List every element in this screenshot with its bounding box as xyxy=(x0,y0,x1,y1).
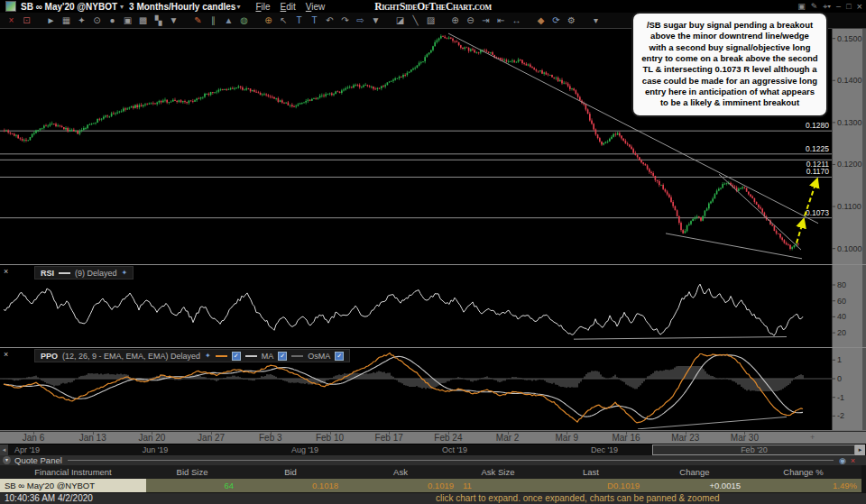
chevron-down-icon[interactable]: ▾ xyxy=(120,3,124,11)
minimize-button[interactable]: – xyxy=(836,2,841,11)
close-button[interactable]: × xyxy=(857,1,862,12)
hatch-icon[interactable]: ▨ xyxy=(423,13,438,28)
quote-col-header-ask[interactable]: Ask xyxy=(343,465,458,479)
undo-icon[interactable]: ↶ xyxy=(322,13,337,28)
pattern-icon[interactable]: ▩ xyxy=(135,13,151,28)
redo-icon[interactable]: ↷ xyxy=(337,13,353,28)
price-tick-label: 0.1100 xyxy=(837,202,861,211)
navigator-right-arrow[interactable]: ▸ xyxy=(855,444,865,455)
compress-bars-icon[interactable]: ⇥ xyxy=(478,13,493,28)
ppo-legend[interactable]: PPO (12, 26, 9 - EMA, EMA, EMA) Delayed … xyxy=(34,349,350,362)
expand-bars-icon[interactable]: ⇤ xyxy=(493,13,509,28)
navigator-left-arrow[interactable]: ◂ xyxy=(0,444,8,455)
ppo-label: PPO xyxy=(41,352,58,361)
chevron-down-icon[interactable]: ▾ xyxy=(236,3,240,11)
arrow-tool-icon[interactable]: ⇨ xyxy=(353,13,368,28)
symbol-selector[interactable]: SB ∞ May'20 @NYBOT xyxy=(21,2,117,12)
pin-dropdown-icon[interactable]: ⌖▾ xyxy=(823,2,831,12)
annotation-note[interactable]: /SB sugar buy signal pending a breakout … xyxy=(631,12,828,117)
ppo-close-button[interactable]: × xyxy=(4,350,8,359)
x-axis[interactable]: Jan 6Jan 13Jan 20Jan 27Feb 3Feb 10Feb 17… xyxy=(0,431,866,444)
quote-col-header-bid[interactable]: Bid xyxy=(238,465,343,479)
chart-area[interactable]: 0.12800.12250.12110.11700.10730.15000.14… xyxy=(0,29,866,431)
crosshair-target-icon[interactable]: ⊕ xyxy=(261,13,276,28)
ma-checkbox[interactable]: ✓ xyxy=(278,352,287,361)
pointer-icon[interactable]: ► xyxy=(43,13,59,28)
time-navigator[interactable]: ◂ ▸ Apr '19Jun '19Aug '19Oct '19Dec '19F… xyxy=(0,444,866,455)
bubble-icon[interactable]: ◍ xyxy=(236,13,252,28)
tools-dropdown-icon[interactable]: ▼ xyxy=(368,13,383,28)
ppo-tick-label: 1 xyxy=(837,355,842,364)
menu-file[interactable]: File xyxy=(255,2,270,12)
x-axis-label: Feb 10 xyxy=(316,433,344,443)
stamp-icon[interactable]: ✦ xyxy=(74,13,89,28)
ellipse-tool-icon[interactable]: ● xyxy=(105,13,120,28)
rsi-line-sample-icon xyxy=(59,272,70,274)
quote-col-header-change[interactable]: Change xyxy=(644,465,745,479)
osma-checkbox[interactable]: ✓ xyxy=(335,352,344,361)
quote-row-filler xyxy=(861,465,866,479)
annotate-icon[interactable]: ✎ xyxy=(811,2,818,11)
quote-panel-toggle[interactable]: ▾ xyxy=(3,456,11,464)
app-icon xyxy=(5,1,16,12)
zoom-out-icon[interactable]: ⊖ xyxy=(463,13,478,28)
callout-icon[interactable]: ↖ xyxy=(276,13,291,28)
rsi-close-button[interactable]: × xyxy=(4,267,8,276)
close-chart-icon[interactable]: × xyxy=(4,13,19,28)
rsi-legend[interactable]: RSI (9) Delayed ✦ xyxy=(34,266,134,279)
quote-col-header-ask-size[interactable]: Ask Size xyxy=(458,465,538,479)
more-dropdown-icon[interactable]: ▾ xyxy=(588,13,603,28)
x-axis-label: Jan 6 xyxy=(23,433,44,443)
snapshot-icon[interactable]: ▣ xyxy=(120,13,135,28)
timeframe-selector[interactable]: 3 Months/Hourly candles xyxy=(129,2,235,12)
connection-globe-icon[interactable]: ◉ xyxy=(839,456,846,465)
grid-icon[interactable]: ▦ xyxy=(59,13,74,28)
quote-panel-title: Quote Panel xyxy=(14,455,62,465)
quote-data-row[interactable]: SB ∞ May'20 @NYBOT640.10180.101911D0.101… xyxy=(0,479,866,492)
quote-cell-ask-size: 11 xyxy=(458,479,538,492)
status-bar: 10:40:36 AM 4/2/2020 click chart to expa… xyxy=(0,492,866,504)
palette-icon[interactable]: ◆ xyxy=(533,13,548,28)
ppo-tick-label: -2 xyxy=(837,411,844,420)
brand-logo: RightSideOfTheChart.com xyxy=(374,1,492,12)
x-axis-label: Mar 30 xyxy=(731,433,759,443)
quote-col-header-bid-size[interactable]: Bid Size xyxy=(146,465,238,479)
window-controls: ▣ ✎ ⌖▾ – □ × xyxy=(797,0,862,13)
quote-header-row: Financial InstrumentBid SizeBidAskAsk Si… xyxy=(0,465,866,479)
quote-panel-close-icon[interactable]: × xyxy=(851,456,855,465)
osma-label: OsMA xyxy=(308,352,330,361)
osma-line-sample-icon xyxy=(291,355,303,357)
area-style-icon[interactable]: ▲ xyxy=(221,13,236,28)
candlestick-style-icon[interactable]: ∥ xyxy=(206,13,221,28)
menu-edit[interactable]: Edit xyxy=(281,2,296,12)
quote-cell-ask: 0.1019 xyxy=(343,479,458,492)
divider xyxy=(68,460,834,461)
quote-col-header-change-%[interactable]: Change % xyxy=(745,465,861,479)
page-icon[interactable]: ◪ xyxy=(392,13,408,28)
draw-pencil-icon[interactable]: ✎ xyxy=(190,13,206,28)
ppo-tick-label: 0 xyxy=(837,374,842,383)
trendline-tool-icon[interactable]: ╲ xyxy=(408,13,423,28)
quote-cell-bid: 0.1018 xyxy=(238,479,343,492)
chart-type-dropdown-icon[interactable]: ▼ xyxy=(166,13,181,28)
quote-cell-bid-size: 64 xyxy=(146,479,238,492)
settings-wrench-icon[interactable]: ⚙ xyxy=(564,13,579,28)
inspect-icon[interactable]: ⊙ xyxy=(89,13,105,28)
axis-end-marker: + xyxy=(810,433,815,442)
capture-icon[interactable]: ▣ xyxy=(797,2,806,11)
restore-button[interactable]: □ xyxy=(846,2,851,11)
textbox-tool-icon[interactable]: T xyxy=(307,13,322,28)
quote-col-header-last[interactable]: Last xyxy=(538,465,644,479)
menu-view[interactable]: View xyxy=(306,2,326,12)
price-tick-label: 0.1200 xyxy=(837,160,862,169)
quote-col-header-financial-instrument[interactable]: Financial Instrument xyxy=(0,465,146,479)
ppo-checkbox[interactable]: ✓ xyxy=(232,352,241,361)
delayed-data-icon: ✦ xyxy=(205,352,211,360)
fit-width-icon[interactable]: ↔ xyxy=(509,13,524,28)
zoom-in-icon[interactable]: ⊕ xyxy=(447,13,463,28)
layout-icon[interactable]: ▚ xyxy=(151,13,166,28)
refresh-icon[interactable]: ⟳ xyxy=(548,13,564,28)
annotation-text: /SB sugar buy signal pending a breakout … xyxy=(641,20,817,107)
marquee-select-icon[interactable]: ⊡ xyxy=(19,13,34,28)
text-tool-icon[interactable]: T xyxy=(291,13,307,28)
